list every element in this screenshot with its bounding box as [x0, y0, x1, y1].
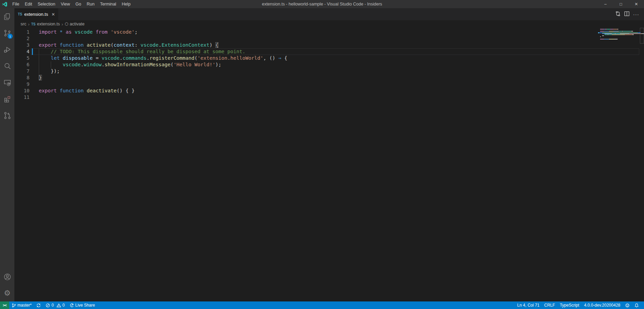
run-and-debug-icon — [3, 45, 12, 54]
smiley-icon — [625, 303, 630, 308]
line-number[interactable]: 3 — [14, 42, 29, 48]
symbol-namespace-icon: ⬡ — [65, 22, 68, 26]
minimap-modified-marker — [598, 32, 599, 33]
maximize-button[interactable]: □ — [613, 0, 629, 8]
statusbar-live-share[interactable]: Live Share — [67, 301, 97, 309]
tab-bar: TS extension.ts ✕ ··· — [14, 8, 644, 20]
code-line-8[interactable]: 8} — [14, 75, 644, 81]
statusbar-git-branch[interactable]: master* — [9, 301, 34, 309]
menu-view[interactable]: View — [58, 0, 73, 8]
breadcrumb-activate[interactable]: ⬡activate — [65, 22, 85, 26]
code-line-2[interactable]: 2 — [14, 35, 644, 42]
activity-source-control[interactable]: 1 — [0, 25, 14, 41]
statusbar-remote-indicator[interactable]: >< — [0, 301, 9, 309]
vscode-insiders-logo — [2, 1, 8, 7]
line-number[interactable]: 9 — [14, 81, 29, 88]
minimize-button[interactable]: – — [598, 0, 613, 8]
breadcrumb-extension-ts[interactable]: TSextension.ts — [31, 22, 60, 26]
statusbar-notifications[interactable] — [632, 301, 641, 309]
typescript-file-icon: TS — [18, 12, 22, 16]
github-pull-requests-icon — [3, 111, 12, 120]
statusbar-feedback[interactable] — [623, 301, 632, 309]
code-line-4[interactable]: 4 // TODO: This disposable should really… — [14, 48, 644, 55]
branch-icon — [12, 303, 16, 308]
tab-close-icon[interactable]: ✕ — [51, 12, 55, 17]
liveshare-icon — [70, 303, 74, 308]
code-line-6[interactable]: 6 vscode.window.showInformationMessage('… — [14, 61, 644, 68]
breadcrumb: src›TSextension.ts›⬡activate — [14, 20, 644, 28]
editor-actions: ··· — [615, 8, 644, 20]
statusbar-language-mode[interactable]: TypeScript — [557, 301, 582, 309]
statusbar-cursor-position[interactable]: Ln 4, Col 71 — [515, 301, 542, 309]
activity-live-share[interactable] — [0, 74, 14, 91]
sync-icon — [36, 303, 41, 308]
more-actions-icon: ··· — [633, 11, 639, 17]
statusbar-sync[interactable] — [34, 301, 43, 309]
activity-github-pull-requests[interactable] — [0, 107, 14, 124]
line-number[interactable]: 1 — [14, 29, 29, 35]
code-line-1[interactable]: 1import * as vscode from 'vscode'; — [14, 29, 644, 35]
gutter-modified-indicator — [32, 48, 33, 55]
code-line-9[interactable]: 9 — [14, 81, 644, 88]
line-number[interactable]: 8 — [14, 75, 29, 81]
vertical-scrollbar[interactable] — [640, 28, 644, 44]
activity-settings[interactable]: ⚙ — [0, 285, 14, 301]
statusbar-problems[interactable]: 00 — [43, 301, 67, 309]
warning-icon — [57, 303, 61, 308]
menu-go[interactable]: Go — [73, 0, 84, 8]
error-icon — [46, 303, 50, 308]
statusbar-eol-sequence[interactable]: CRLF — [542, 301, 557, 309]
search-icon — [3, 62, 12, 70]
explorer-icon — [3, 12, 12, 21]
code-line-5[interactable]: 5 let disposable = vscode.commands.regis… — [14, 55, 644, 61]
line-number[interactable]: 4 — [14, 48, 29, 55]
activity-bar: 1 ⚙ — [0, 8, 14, 301]
statusbar-version[interactable]: 4.0.0-dev.20200428 — [582, 301, 623, 309]
split-editor-button[interactable] — [624, 11, 630, 18]
activity-search[interactable] — [0, 58, 14, 74]
breadcrumb-separator: › — [61, 22, 63, 27]
more-actions-button[interactable]: ··· — [633, 11, 639, 18]
close-button[interactable]: ✕ — [629, 0, 644, 8]
line-number[interactable]: 11 — [14, 94, 29, 101]
menu-edit[interactable]: Edit — [22, 0, 35, 8]
activity-run-and-debug[interactable] — [0, 41, 14, 58]
tab-extension-ts[interactable]: TS extension.ts ✕ — [14, 8, 58, 20]
line-number[interactable]: 6 — [14, 61, 29, 68]
live-share-icon — [3, 78, 12, 87]
breadcrumb-src[interactable]: src — [21, 22, 26, 26]
accounts-icon — [3, 273, 12, 281]
vscode-window: FileEditSelectionViewGoRunTerminalHelp e… — [0, 0, 644, 309]
menu-file[interactable]: File — [10, 0, 22, 8]
window-title: extension.ts - helloworld-sample - Visua… — [262, 2, 382, 7]
menu-terminal[interactable]: Terminal — [97, 0, 119, 8]
typescript-file-icon: TS — [31, 22, 36, 26]
activity-accounts[interactable] — [0, 268, 14, 285]
gear-icon: ⚙ — [4, 289, 11, 297]
code-line-10[interactable]: 10export function deactivate() { } — [14, 88, 644, 94]
editor-region: TS extension.ts ✕ ··· src›TSextension.ts… — [14, 8, 644, 301]
menu-selection[interactable]: Selection — [35, 0, 58, 8]
breadcrumb-separator: › — [28, 22, 30, 27]
remote-window-icon: >< — [3, 303, 7, 307]
line-number[interactable]: 10 — [14, 88, 29, 94]
activity-extensions[interactable] — [0, 91, 14, 107]
code-line-3[interactable]: 3export function activate(context: vscod… — [14, 42, 644, 48]
line-number[interactable]: 2 — [14, 35, 29, 42]
line-number[interactable]: 5 — [14, 55, 29, 61]
line-number[interactable]: 7 — [14, 68, 29, 75]
minimap[interactable] — [600, 29, 640, 41]
bell-icon — [634, 303, 639, 308]
extensions-icon — [3, 95, 12, 103]
scm-badge: 1 — [8, 34, 13, 39]
code-line-7[interactable]: 7 }); — [14, 68, 644, 75]
code-line-11[interactable]: 11 — [14, 94, 644, 101]
open-changes-button[interactable] — [615, 11, 621, 18]
activity-explorer[interactable] — [0, 8, 14, 25]
code-editor[interactable]: 1import * as vscode from 'vscode';23expo… — [14, 28, 644, 301]
window-controls: –□✕ — [598, 0, 644, 8]
title-bar: FileEditSelectionViewGoRunTerminalHelp e… — [0, 0, 644, 8]
menu-help[interactable]: Help — [119, 0, 133, 8]
menu-run[interactable]: Run — [84, 0, 97, 8]
status-bar: ><master*00Live Share Ln 4, Col 71CRLFTy… — [0, 301, 644, 309]
